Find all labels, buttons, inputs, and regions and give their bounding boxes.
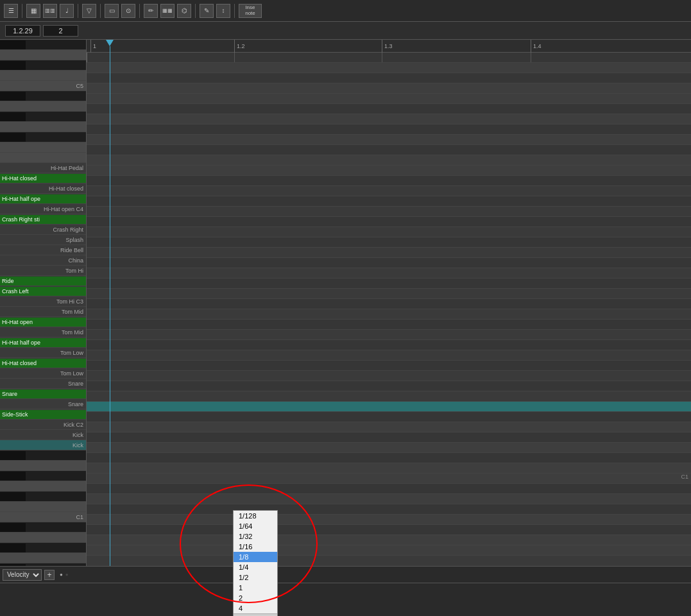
snare2-row[interactable]: Snare (0, 389, 86, 399)
grid-area[interactable]: 1 1.2 1.3 1.4 (87, 40, 691, 566)
note-icon[interactable]: ♩ (60, 4, 74, 18)
tom-hi-c3-row[interactable]: Crash Left (0, 286, 86, 296)
pencil2-icon[interactable]: ✎ (200, 4, 214, 18)
crash-left-drum[interactable]: Crash Left (0, 287, 86, 296)
grid-row (87, 545, 691, 556)
tom-low2-row[interactable]: Hi-Hat closed (0, 358, 86, 368)
crash-right-sti-row[interactable]: Crash Right sti (0, 214, 86, 225)
velocity-dot2[interactable]: ● (65, 572, 69, 578)
grid-icon[interactable]: ▦ (26, 4, 40, 18)
dropdown-item-116[interactable]: 1/16 (234, 542, 277, 552)
hihat-halfopen-row[interactable]: Hi-Hat half ope (0, 194, 86, 204)
piano-row[interactable] (0, 543, 86, 553)
piano-row[interactable] (0, 553, 86, 563)
piano-row[interactable] (0, 461, 86, 471)
dropdown-item-4[interactable]: 4 (234, 603, 277, 613)
piano-row[interactable] (0, 522, 86, 533)
rect-icon[interactable]: ▭ (105, 4, 119, 18)
grid-row (87, 453, 691, 463)
crash-right-sti-drum[interactable]: Crash Right sti (0, 215, 86, 224)
ride-drum[interactable]: Ride (0, 277, 86, 286)
hihat-closed-drum2[interactable]: Hi-Hat closed (0, 359, 86, 368)
hihat-closed2-row[interactable]: Hi-Hat closed (0, 184, 86, 194)
crash-right-row[interactable]: Crash Right (0, 225, 86, 235)
tom-hi-c3-label-row[interactable]: Tom Hi C3 (0, 296, 86, 307)
draw-icon[interactable]: ✏ (144, 4, 158, 18)
arrow-icon[interactable]: ↕ (216, 4, 230, 18)
sidestick-row[interactable]: Side-Stick (0, 409, 86, 420)
tom-mid2-label: Tom Mid (62, 329, 83, 336)
dropdown-item-18[interactable]: 1/8 (234, 552, 277, 562)
menu-icon[interactable]: ☰ (4, 4, 18, 18)
piano-row[interactable] (0, 60, 86, 71)
kick2-row[interactable]: Kick (0, 440, 86, 450)
piano-row[interactable] (0, 50, 86, 60)
velocity-add-button[interactable]: + (44, 570, 55, 580)
velocity-select[interactable]: Velocity (3, 569, 42, 581)
dropdown-item-132[interactable]: 1/32 (234, 531, 277, 542)
hihat-closed-row[interactable]: Hi-Hat closed (0, 173, 86, 184)
tom-mid2-row[interactable]: Hi-Hat open (0, 317, 86, 327)
grid2-icon[interactable]: ▥▥ (43, 4, 57, 18)
value-display[interactable]: 2 (43, 25, 78, 37)
ride-row[interactable]: Ride (0, 276, 86, 286)
hihat-pedal-row[interactable]: Hi-Hat Pedal (0, 163, 86, 173)
splash-row[interactable]: Splash (0, 235, 86, 245)
dropdown-item-1[interactable]: 1 (234, 583, 277, 593)
piano-row[interactable] (0, 492, 86, 502)
piano-row[interactable] (0, 132, 86, 142)
piano-row[interactable] (0, 481, 86, 492)
hihat-open-row[interactable]: Hi-Hat open C4 (0, 204, 86, 214)
snare-drum[interactable]: Snare (0, 389, 86, 398)
tom-low2-label-row[interactable]: Tom Low (0, 368, 86, 379)
piano-row[interactable] (0, 101, 86, 112)
tom-low-row[interactable]: Hi-Hat half ope (0, 338, 86, 348)
dropdown-item-164[interactable]: 1/64 (234, 521, 277, 531)
piano-row[interactable] (0, 71, 86, 81)
tom-mid2-label-row[interactable]: Tom Mid (0, 327, 86, 338)
piano-row[interactable] (0, 533, 86, 543)
tom-hi-row[interactable]: Tom Hi (0, 266, 86, 276)
piano-row[interactable] (0, 122, 86, 132)
piano-row[interactable]: C5 (0, 81, 86, 91)
kick-row[interactable]: Kick (0, 430, 86, 440)
piano-row[interactable] (0, 471, 86, 481)
piano-row[interactable] (0, 153, 86, 163)
ruler-mark-14: 1.4 (531, 40, 542, 53)
active-note-row[interactable] (87, 402, 691, 412)
piano-row[interactable] (0, 112, 86, 122)
snare2-label-row[interactable]: Snare (0, 399, 86, 409)
dropdown-item-12[interactable]: 1/2 (234, 572, 277, 583)
hihat-open-drum[interactable]: Hi-Hat open (0, 318, 86, 327)
grid3-icon[interactable]: ▦▦ (160, 4, 175, 18)
piano-row[interactable] (0, 563, 86, 566)
dropdown-item-2[interactable]: 2 (234, 593, 277, 603)
piano-row[interactable] (0, 91, 86, 101)
china-row[interactable]: China (0, 255, 86, 266)
ride-bell-row[interactable]: Ride Bell (0, 245, 86, 255)
dropdown-item-14[interactable]: 1/4 (234, 562, 277, 572)
piano-row[interactable] (0, 40, 86, 50)
tom-mid-row[interactable]: Tom Mid (0, 307, 86, 317)
piano-row[interactable] (0, 502, 86, 512)
velocity-area[interactable] (0, 583, 691, 616)
dropdown-item-1128[interactable]: 1/128 (234, 511, 277, 521)
tom-low-label-row[interactable]: Tom Low (0, 348, 86, 358)
piano-row[interactable] (0, 142, 86, 153)
hihat-halfopen-drum2[interactable]: Hi-Hat half ope (0, 338, 86, 347)
hihat-closed-drum[interactable]: Hi-Hat closed (0, 174, 86, 183)
kick-c2-row[interactable]: Kick C2 (0, 420, 86, 430)
position-display[interactable]: 1.2.29 (5, 25, 40, 37)
hihat-halfopen-drum[interactable]: Hi-Hat half ope (0, 194, 86, 203)
loop-icon[interactable]: ⊙ (121, 4, 135, 18)
bracket-icon[interactable]: ⌬ (177, 4, 191, 18)
grid-rows[interactable]: C1 (87, 53, 691, 556)
insert-note-button[interactable]: Insenote (239, 4, 262, 18)
piano-row[interactable] (0, 450, 86, 461)
snare-row[interactable]: Snare (0, 379, 86, 389)
piano-row[interactable]: C1 (0, 512, 86, 522)
velocity-label-area: Velocity + ● ● (0, 566, 691, 583)
velocity-dot1[interactable]: ● (60, 572, 63, 578)
sidestick-drum[interactable]: Side-Stick (0, 410, 86, 419)
filter-icon[interactable]: ▽ (82, 4, 96, 18)
